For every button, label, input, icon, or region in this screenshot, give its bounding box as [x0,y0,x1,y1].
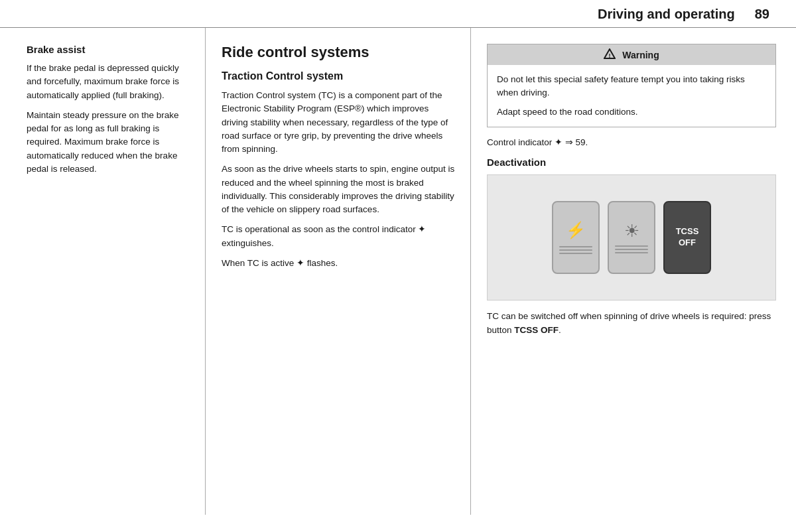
warning-header: ! Warning [488,44,775,65]
control-indicator-text: Control indicator ✦ ⇒ 59. [487,137,776,147]
svg-text:!: ! [609,52,611,59]
bottom-text: TC can be switched off when spinning of … [487,310,776,338]
warning-box: ! Warning Do not let this special safety… [487,44,776,127]
brake-assist-paragraph1: If the brake pedal is depressed quickly … [27,62,192,102]
tc-paragraph3: TC is operational as soon as the control… [222,223,457,250]
page-header: Driving and operating 89 [0,0,796,28]
tcss-off-label: TCSS OFF [676,226,699,249]
brake-assist-paragraph2: Maintain steady pressure on the brake pe… [27,109,192,176]
traction-icon: ⚡ [566,221,586,239]
warning-triangle-icon: ! [604,48,616,61]
tc-paragraph2: As soon as the drive wheels starts to sp… [222,163,457,216]
btn1-lines [559,246,592,254]
page-container: Driving and operating 89 Brake assist If… [0,0,796,532]
deactivation-image: ⚡ ☀ [487,174,776,300]
deactivation-heading: Deactivation [487,157,776,168]
page-number: 89 [755,7,769,22]
ride-control-heading: Ride control systems [222,44,457,61]
warning-text1: Do not let this special safety feature t… [497,73,766,100]
button-traction: ⚡ [552,201,600,274]
brake-assist-column: Brake assist If the brake pedal is depre… [0,28,206,515]
content-area: Brake assist If the brake pedal is depre… [0,28,796,515]
button-tcss-off: TCSS OFF [663,201,711,274]
bottom-text-suffix: . [559,325,561,335]
button-light: ☀ [608,201,655,274]
buttons-row: ⚡ ☀ [552,201,711,274]
brake-assist-heading: Brake assist [27,44,192,55]
btn2-lines [615,245,648,253]
tc-paragraph4: When TC is active ✦ flashes. [222,257,457,270]
warning-text2: Adapt speed to the road conditions. [497,105,766,119]
header-title: Driving and operating [598,7,735,22]
traction-control-heading: Traction Control system [222,70,457,82]
tc-paragraph1: Traction Control system (TC) is a compon… [222,89,457,156]
warning-label: Warning [622,50,659,60]
ride-control-column: Ride control systems Traction Control sy… [206,28,471,515]
warning-body: Do not let this special safety feature t… [488,65,775,127]
warning-deactivation-column: ! Warning Do not let this special safety… [471,28,796,515]
light-icon: ☀ [624,221,639,241]
bottom-text-bold: TCSS OFF [514,325,559,335]
